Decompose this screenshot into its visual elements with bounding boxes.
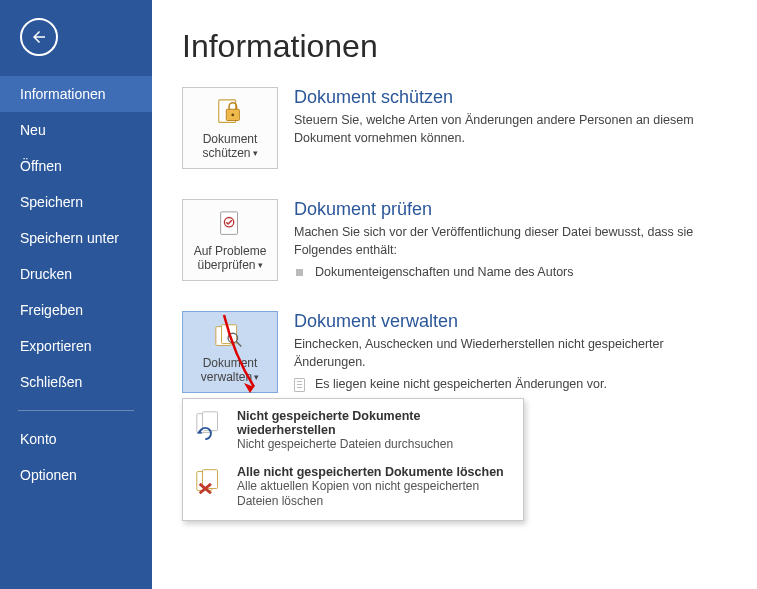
manage-document-button[interactable]: Dokument verwalten▾ [182, 311, 278, 393]
section-protect: Dokument schützen▾ Dokument schützen Ste… [182, 87, 727, 169]
manage-icon [214, 320, 246, 354]
manage-note-text: Es liegen keine nicht gespeicherten Ände… [315, 377, 607, 391]
page-title: Informationen [182, 28, 727, 65]
delete-title: Alle nicht gespeicherten Dokumente lösch… [237, 465, 513, 479]
protect-title: Dokument schützen [294, 87, 727, 108]
manage-note-row: Es liegen keine nicht gespeicherten Ände… [294, 377, 727, 391]
sidebar-item-schliessen[interactable]: Schließen [0, 364, 152, 400]
recover-icon [193, 409, 227, 441]
back-button[interactable] [20, 18, 58, 56]
svg-point-2 [231, 113, 234, 116]
delete-desc: Alle aktuellen Kopien von nicht gespeich… [237, 479, 513, 510]
main-content: Informationen Dokument schützen▾ Dokumen… [152, 0, 757, 589]
inspect-bullet-text: Dokumenteigenschaften und Name des Autor… [315, 265, 574, 279]
sidebar-item-oeffnen[interactable]: Öffnen [0, 148, 152, 184]
delete-unsaved-item[interactable]: Alle nicht gespeicherten Dokumente lösch… [183, 459, 523, 516]
recover-unsaved-item[interactable]: Nicht gespeicherte Dokumente wiederherst… [183, 403, 523, 459]
lock-icon [215, 96, 245, 130]
sidebar-separator [18, 410, 134, 411]
delete-icon [193, 465, 227, 497]
sidebar-item-speichern[interactable]: Speichern [0, 184, 152, 220]
inspect-title: Dokument prüfen [294, 199, 727, 220]
sidebar-item-drucken[interactable]: Drucken [0, 256, 152, 292]
inspect-button-label: Auf Probleme überprüfen [194, 244, 267, 272]
sidebar-item-informationen[interactable]: Informationen [0, 76, 152, 112]
chevron-down-icon: ▾ [258, 260, 263, 270]
section-inspect: Auf Probleme überprüfen▾ Dokument prüfen… [182, 199, 727, 281]
protect-button-label: Dokument schützen [202, 132, 257, 160]
manage-button-label: Dokument verwalten [201, 356, 258, 384]
sidebar: Informationen Neu Öffnen Speichern Speic… [0, 0, 152, 589]
recover-title: Nicht gespeicherte Dokumente wiederherst… [237, 409, 513, 437]
inspect-icon [215, 208, 245, 242]
check-issues-button[interactable]: Auf Probleme überprüfen▾ [182, 199, 278, 281]
svg-line-8 [237, 341, 242, 346]
chevron-down-icon: ▾ [253, 148, 258, 158]
section-manage: Dokument verwalten▾ Dokument verwalten E… [182, 311, 727, 393]
square-bullet-icon [294, 267, 305, 278]
sidebar-item-neu[interactable]: Neu [0, 112, 152, 148]
recover-desc: Nicht gespeicherte Dateien durchsuchen [237, 437, 513, 453]
document-icon [294, 379, 305, 390]
protect-document-button[interactable]: Dokument schützen▾ [182, 87, 278, 169]
sidebar-item-speichern-unter[interactable]: Speichern unter [0, 220, 152, 256]
sidebar-item-exportieren[interactable]: Exportieren [0, 328, 152, 364]
manage-title: Dokument verwalten [294, 311, 727, 332]
manage-desc: Einchecken, Auschecken und Wiederherstel… [294, 336, 727, 371]
inspect-bullet: Dokumenteigenschaften und Name des Autor… [294, 265, 727, 279]
inspect-desc: Machen Sie sich vor der Veröffentlichung… [294, 224, 727, 259]
protect-desc: Steuern Sie, welche Arten von Änderungen… [294, 112, 727, 147]
sidebar-item-konto[interactable]: Konto [0, 421, 152, 457]
arrow-left-icon [30, 28, 48, 46]
manage-document-menu: Nicht gespeicherte Dokumente wiederherst… [182, 398, 524, 521]
chevron-down-icon: ▾ [254, 372, 259, 382]
sidebar-item-freigeben[interactable]: Freigeben [0, 292, 152, 328]
sidebar-item-optionen[interactable]: Optionen [0, 457, 152, 493]
